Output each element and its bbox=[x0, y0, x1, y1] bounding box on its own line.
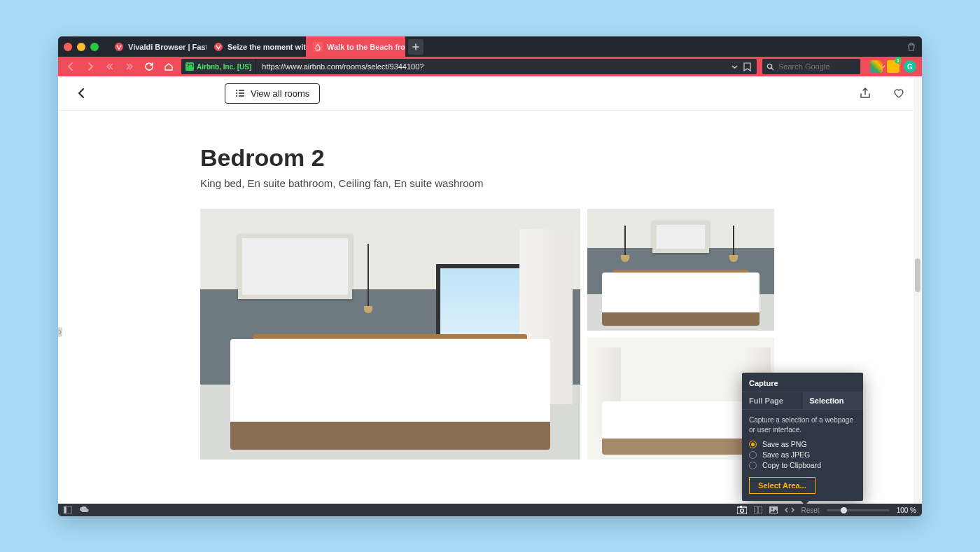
view-all-rooms-label: View all rooms bbox=[251, 88, 309, 99]
capture-option-clipboard[interactable]: Copy to Clipboard bbox=[749, 461, 856, 469]
svg-rect-11 bbox=[740, 506, 742, 508]
tab-seize[interactable]: Seize the moment with Vivald bbox=[206, 36, 306, 57]
extension-badge[interactable]: 1 bbox=[887, 60, 899, 73]
share-button[interactable] bbox=[859, 87, 872, 99]
svg-point-4 bbox=[236, 90, 237, 91]
google-translate-extension[interactable] bbox=[870, 60, 883, 73]
capture-tabs: Full Page Selection bbox=[742, 392, 863, 410]
tab-airbnb[interactable]: Walk to the Beach from Enter bbox=[306, 36, 405, 57]
page-title: Bedroom 2 bbox=[200, 144, 922, 172]
site-identity[interactable]: Airbnb, Inc. [US] bbox=[181, 59, 256, 74]
page-subtitle: King bed, En suite bathroom, Ceiling fan… bbox=[200, 177, 922, 189]
svg-rect-8 bbox=[64, 506, 66, 513]
capture-option-png[interactable]: Save as PNG bbox=[749, 440, 856, 448]
status-bar: Reset 100 % bbox=[58, 504, 922, 516]
tab-label: Vivaldi Browser | Fast & Flexib bbox=[128, 43, 206, 51]
tile-icon[interactable] bbox=[754, 506, 762, 513]
airbnb-icon bbox=[313, 42, 323, 52]
minimize-window-button[interactable] bbox=[77, 43, 85, 51]
bookmark-icon[interactable] bbox=[743, 62, 751, 71]
svg-point-3 bbox=[767, 64, 771, 68]
forward-button[interactable] bbox=[83, 60, 97, 74]
rewind-button[interactable] bbox=[103, 60, 117, 74]
back-button[interactable] bbox=[64, 60, 78, 74]
sync-icon[interactable] bbox=[79, 506, 89, 513]
url-text: https://www.airbnb.com/rooms/select/9344… bbox=[256, 62, 726, 71]
lock-icon bbox=[186, 62, 194, 71]
capture-popup: Capture Full Page Selection Capture a se… bbox=[742, 373, 863, 501]
home-button[interactable] bbox=[162, 60, 176, 74]
save-heart-button[interactable] bbox=[892, 87, 905, 99]
browser-window: Vivaldi Browser | Fast & Flexib Seize th… bbox=[58, 36, 922, 516]
page-back-button[interactable] bbox=[75, 87, 88, 99]
capture-tab-fullpage[interactable]: Full Page bbox=[742, 392, 803, 409]
new-tab-button[interactable] bbox=[408, 39, 424, 55]
search-input[interactable] bbox=[778, 62, 875, 71]
panel-toggle-icon[interactable] bbox=[64, 506, 72, 513]
capture-option-jpeg[interactable]: Save as JPEG bbox=[749, 450, 856, 459]
svg-rect-9 bbox=[737, 507, 747, 514]
zoom-level: 100 % bbox=[897, 506, 916, 514]
radio-icon bbox=[749, 462, 757, 469]
tab-strip: Vivaldi Browser | Fast & Flexib Seize th… bbox=[107, 36, 424, 57]
vivaldi-icon bbox=[114, 42, 124, 52]
vertical-scrollbar[interactable] bbox=[913, 76, 922, 504]
svg-point-5 bbox=[236, 92, 237, 94]
close-window-button[interactable] bbox=[64, 43, 72, 51]
search-field[interactable] bbox=[762, 59, 860, 74]
list-icon bbox=[235, 88, 245, 98]
zoom-slider[interactable] bbox=[827, 509, 890, 511]
reset-zoom-button[interactable]: Reset bbox=[802, 506, 820, 514]
radio-icon bbox=[749, 441, 757, 448]
main-photo[interactable] bbox=[200, 209, 580, 460]
capture-description: Capture a selection of a webpage or user… bbox=[749, 415, 856, 434]
titlebar: Vivaldi Browser | Fast & Flexib Seize th… bbox=[58, 36, 922, 57]
svg-point-6 bbox=[236, 95, 237, 97]
zoom-slider-thumb[interactable] bbox=[841, 507, 847, 513]
image-toggle-icon[interactable] bbox=[769, 506, 778, 513]
svg-point-14 bbox=[771, 508, 772, 509]
capture-icon[interactable] bbox=[737, 506, 747, 514]
tab-label: Walk to the Beach from Enter bbox=[327, 43, 405, 51]
notification-badge: 1 bbox=[895, 57, 902, 64]
select-area-button[interactable]: Select Area... bbox=[749, 477, 816, 494]
tab-label: Seize the moment with Vivald bbox=[227, 43, 306, 51]
extensions: 1 G bbox=[870, 60, 916, 73]
radio-icon bbox=[749, 451, 757, 459]
chevron-down-icon[interactable] bbox=[732, 64, 738, 70]
svg-point-10 bbox=[740, 509, 743, 513]
page-header: View all rooms bbox=[58, 76, 922, 111]
scrollbar-thumb[interactable] bbox=[915, 258, 920, 292]
capture-title: Capture bbox=[742, 373, 863, 392]
tab-vivaldi[interactable]: Vivaldi Browser | Fast & Flexib bbox=[107, 36, 206, 57]
reload-button[interactable] bbox=[142, 60, 156, 74]
address-bar[interactable]: Airbnb, Inc. [US] https://www.airbnb.com… bbox=[181, 59, 757, 74]
grammarly-extension[interactable]: G bbox=[904, 60, 916, 73]
capture-tab-selection[interactable]: Selection bbox=[803, 392, 864, 409]
vivaldi-icon bbox=[214, 42, 223, 52]
fast-forward-button[interactable] bbox=[122, 60, 136, 74]
window-controls bbox=[64, 43, 99, 51]
page-actions-icon[interactable] bbox=[785, 506, 794, 513]
zoom-window-button[interactable] bbox=[90, 43, 99, 51]
panel-toggle[interactable] bbox=[58, 327, 62, 337]
address-toolbar: Airbnb, Inc. [US] https://www.airbnb.com… bbox=[58, 57, 922, 76]
thumbnail-photo[interactable] bbox=[587, 209, 774, 331]
trash-icon[interactable] bbox=[906, 42, 916, 52]
search-engine-icon[interactable] bbox=[766, 63, 774, 71]
view-all-rooms-button[interactable]: View all rooms bbox=[225, 83, 320, 104]
ev-certificate-label: Airbnb, Inc. [US] bbox=[197, 63, 251, 71]
